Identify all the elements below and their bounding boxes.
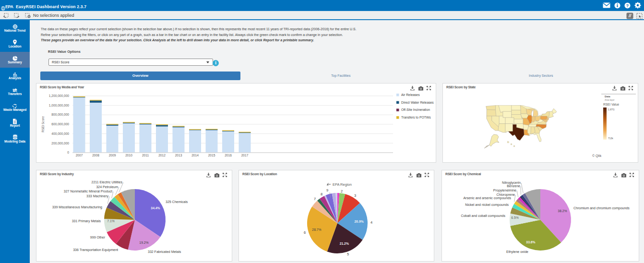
svg-text:336 Transportation Equipment: 336 Transportation Equipment: [73, 248, 118, 252]
svg-text:1.87G: 1.87G: [608, 108, 615, 111]
svg-text:800,000,000: 800,000,000: [51, 113, 69, 116]
svg-text:EPA Region: EPA Region: [333, 182, 352, 187]
svg-text:2011: 2011: [142, 154, 149, 157]
svg-text:8: 8: [321, 192, 322, 196]
svg-text:331 Primary Metals: 331 Primary Metals: [72, 219, 101, 223]
svg-text:Propyleneimine: Propyleneimine: [493, 189, 516, 192]
svg-text:Off-Site Incineration: Off-Site Incineration: [401, 108, 430, 111]
svg-text:327 Nonmetallic Mineral Produc: 327 Nonmetallic Mineral Product: [64, 190, 112, 193]
svg-text:2016: 2016: [225, 154, 232, 157]
svg-text:33.6%: 33.6%: [526, 240, 535, 244]
svg-text:325 Chemicals: 325 Chemicals: [166, 200, 188, 203]
svg-text:Air Releases: Air Releases: [401, 93, 420, 96]
svg-text:Area layer: Area layer: [605, 99, 615, 101]
svg-text:Cobalt and cobalt compounds: Cobalt and cobalt compounds: [461, 214, 505, 218]
svg-text:200,000,000: 200,000,000: [51, 142, 69, 145]
svg-text:Nitroglycerin: Nitroglycerin: [502, 181, 521, 185]
svg-text:4: 4: [370, 220, 372, 225]
svg-text:600,000,000: 600,000,000: [51, 122, 69, 126]
svg-text:Chromium and chromium compound: Chromium and chromium compounds: [573, 206, 630, 210]
svg-text:3: 3: [354, 193, 356, 198]
svg-text:?: ?: [626, 3, 629, 8]
svg-text:Transfers to POTWs: Transfers to POTWs: [401, 116, 431, 119]
svg-text:6.5%: 6.5%: [511, 216, 519, 219]
svg-text:2012: 2012: [158, 154, 166, 157]
svg-text:9: 9: [326, 188, 328, 192]
svg-text:5: 5: [347, 252, 349, 256]
svg-text:28.7%: 28.7%: [312, 228, 321, 231]
svg-text:2017: 2017: [241, 154, 249, 157]
svg-text:© Qlik: © Qlik: [592, 154, 602, 158]
svg-text:7.1%: 7.1%: [107, 219, 115, 223]
svg-text:400,000,000: 400,000,000: [51, 132, 69, 135]
svg-text:Direct Water Releases: Direct Water Releases: [401, 101, 434, 104]
svg-text:324 Petroleum: 324 Petroleum: [96, 185, 118, 189]
svg-text:333 Machinery: 333 Machinery: [86, 194, 108, 198]
svg-text:Data: Data: [605, 95, 611, 98]
svg-text:20.9%: 20.9%: [355, 220, 364, 223]
svg-text:1,000,000,000: 1,000,000,000: [49, 104, 70, 107]
svg-text:1,200,000,000: 1,200,000,000: [49, 94, 70, 97]
svg-text:Nickel and nickel compounds: Nickel and nickel compounds: [465, 203, 509, 207]
svg-text:999 Other: 999 Other: [90, 236, 106, 239]
svg-text:RSEI Value: RSEI Value: [603, 103, 620, 106]
svg-text:7: 7: [314, 197, 316, 201]
svg-text:2: 2: [341, 189, 343, 193]
svg-text:339 Miscellaneous Manufacturin: 339 Miscellaneous Manufacturing: [52, 205, 102, 209]
svg-text:Chloroprene: Chloroprene: [496, 193, 515, 197]
svg-text:2008: 2008: [92, 154, 99, 157]
svg-text:Benzene: Benzene: [507, 184, 520, 188]
svg-text:0: 0: [67, 151, 69, 154]
svg-text:2211 Electric Utilities: 2211 Electric Utilities: [92, 180, 123, 184]
svg-text:332 Fabricated Metals: 332 Fabricated Metals: [148, 250, 181, 253]
svg-text:19.2%: 19.2%: [139, 241, 148, 244]
svg-text:2010: 2010: [125, 154, 132, 157]
svg-text:38.2%: 38.2%: [558, 209, 567, 213]
svg-text:2007: 2007: [76, 154, 83, 157]
svg-text:Arsenic and arsenic compounds: Arsenic and arsenic compounds: [463, 196, 511, 200]
svg-text:2014: 2014: [191, 154, 199, 157]
svg-text:34.4%: 34.4%: [151, 206, 160, 210]
svg-text:713k: 713k: [608, 137, 613, 140]
svg-text:21.2%: 21.2%: [340, 242, 349, 245]
svg-text:2015: 2015: [208, 154, 215, 157]
svg-text:Ethylene oxide: Ethylene oxide: [506, 250, 528, 254]
svg-text:2009: 2009: [109, 154, 116, 157]
svg-text:6: 6: [304, 230, 306, 235]
svg-text:2013: 2013: [175, 154, 182, 157]
svg-text:RSEI Score: RSEI Score: [41, 116, 45, 132]
